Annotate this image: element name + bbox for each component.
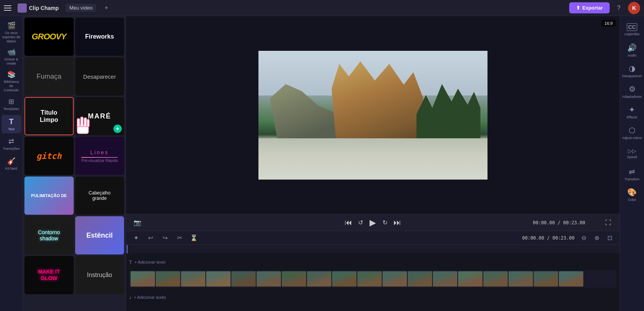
left-nav: 🎬 Os seus suportes de dados 📹 Gravar & c… bbox=[0, 16, 23, 311]
aspect-ratio-badge: 16:9 bbox=[602, 20, 616, 27]
zoom-in-button[interactable]: ⊕ bbox=[591, 233, 602, 243]
export-button[interactable]: ⬆ Exportar bbox=[569, 2, 610, 13]
play-button[interactable]: ▶ bbox=[367, 217, 379, 229]
fit-button[interactable]: ⊡ bbox=[604, 233, 615, 243]
cut-button[interactable]: ✂ bbox=[174, 233, 185, 243]
timeline-area: ✦ ↩ ↪ ✂ ⌛ 00:00.00 / 00:23.00 ⊖ ⊕ ⊡ bbox=[126, 231, 620, 311]
zoom-out-button[interactable]: ⊖ bbox=[578, 233, 589, 243]
adjust-icon: ⬡ bbox=[629, 126, 635, 135]
video-preview bbox=[258, 51, 487, 180]
video-thumb bbox=[156, 271, 180, 287]
video-thumb bbox=[206, 271, 231, 287]
text-track-icon: T bbox=[129, 259, 132, 265]
audio-track-icon: ♪ bbox=[129, 295, 132, 300]
sidebar-item-text[interactable]: T Text bbox=[2, 115, 21, 133]
speed-icon: ▷▷ bbox=[628, 148, 636, 154]
templates-icon: ⊞ bbox=[8, 97, 14, 106]
effects-icon: ✦ bbox=[629, 105, 635, 114]
sidebar-item-library[interactable]: 📚 Biblioteca de Conteúdo bbox=[2, 69, 21, 94]
right-panel-adaptors[interactable]: ⚙ Adaptadores bbox=[621, 82, 643, 102]
sidebar-item-library-label: Biblioteca de Conteúdo bbox=[2, 80, 21, 92]
video-thumb bbox=[282, 271, 306, 287]
timeline-toolbar: ✦ ↩ ↪ ✂ ⌛ 00:00.00 / 00:23.00 ⊖ ⊕ ⊡ bbox=[126, 231, 620, 245]
right-panel-transition[interactable]: ⇌ Transition bbox=[621, 164, 643, 184]
select-tool-button[interactable]: ✦ bbox=[131, 233, 141, 243]
text-template-cabecalho[interactable]: Cabeçalhogrande bbox=[75, 177, 124, 215]
text-template-estencil[interactable]: Estêncil bbox=[75, 216, 124, 254]
video-thumb bbox=[408, 271, 432, 287]
right-panel-audio[interactable]: 🔊 Audio bbox=[621, 40, 643, 60]
right-panel-captions[interactable]: CC Legendas bbox=[621, 20, 643, 40]
text-template-desaparecer[interactable]: Desaparecer bbox=[75, 57, 124, 96]
text-template-contorno[interactable]: Contornoshadow bbox=[24, 216, 74, 254]
fullscreen-button[interactable]: ⛶ bbox=[602, 217, 614, 229]
main-layout: 🎬 Os seus suportes de dados 📹 Gravar & c… bbox=[0, 16, 644, 311]
right-panel-effects[interactable]: ✦ Effects bbox=[621, 102, 643, 122]
video-thumb bbox=[332, 271, 357, 287]
text-template-mare[interactable]: MARÉ + bbox=[75, 97, 124, 135]
panel-grid: GROOVY Fireworks Fumaça Desaparecer Títu… bbox=[23, 16, 126, 296]
preview-area: 16:9 bbox=[126, 16, 620, 214]
skip-forward-button[interactable]: ⏭ bbox=[391, 217, 404, 229]
add-icon: + bbox=[113, 125, 122, 133]
text-template-glow[interactable]: MAKE ITGLOW bbox=[24, 256, 74, 294]
project-title[interactable]: Meu vídeo bbox=[66, 4, 97, 12]
adaptors-icon: ⚙ bbox=[629, 84, 636, 94]
text-template-limitacao[interactable]: PULIMITAÇÃO DE bbox=[24, 177, 74, 215]
add-audio-button[interactable]: + Adicionar áudio bbox=[134, 295, 166, 300]
redo-button[interactable]: ↪ bbox=[160, 233, 170, 243]
avatar[interactable]: K bbox=[628, 2, 640, 14]
text-template-instrucao[interactable]: Instrução bbox=[75, 256, 124, 294]
help-button[interactable]: ? bbox=[613, 2, 625, 14]
center-right: 16:9 📷 ⏮ ↺ ▶ ↻ ⏭ 00:00.00 / 00:23.00 ⛶ bbox=[126, 16, 620, 311]
video-thumb bbox=[483, 271, 508, 287]
video-scene bbox=[258, 51, 487, 180]
timeline-time: 00:00.00 / 00:23.00 bbox=[522, 235, 575, 241]
app-title: Clip Champ bbox=[29, 5, 59, 11]
audio-track-row: ♪ + Adicionar áudio bbox=[126, 290, 620, 305]
video-thumb bbox=[508, 271, 533, 287]
text-template-glitch[interactable]: gitсh bbox=[24, 137, 74, 175]
save-button[interactable]: ⌛ bbox=[189, 233, 199, 243]
text-icon: T bbox=[9, 117, 13, 126]
text-template-titulo[interactable]: TítuloLimpo bbox=[24, 97, 74, 135]
text-panel: GROOVY Fireworks Fumaça Desaparecer Títu… bbox=[23, 16, 126, 311]
video-thumb bbox=[433, 271, 457, 287]
svg-rect-0 bbox=[77, 124, 89, 134]
video-thumb bbox=[131, 271, 155, 287]
svg-rect-2 bbox=[81, 117, 83, 127]
sidebar-item-templates-label: Templates bbox=[3, 107, 19, 111]
video-thumb bbox=[534, 271, 558, 287]
transition-icon: ⇌ bbox=[629, 167, 635, 176]
sidebar-item-media[interactable]: 🎬 Os seus suportes de dados bbox=[2, 20, 21, 45]
skip-back-button[interactable]: ⏮ bbox=[342, 217, 355, 229]
sidebar-item-record-label: Gravar & create bbox=[2, 57, 21, 66]
menu-button[interactable] bbox=[4, 3, 15, 13]
right-panel-color[interactable]: 🎨 Color bbox=[621, 185, 643, 205]
right-panel-adjust[interactable]: ⬡ Adjust colors bbox=[621, 123, 643, 143]
sidebar-item-transitions[interactable]: ⇄ Transições bbox=[2, 135, 21, 153]
video-thumb bbox=[559, 271, 583, 287]
text-template-groovy[interactable]: GROOVY bbox=[24, 18, 74, 56]
replay-button[interactable]: ↺ bbox=[355, 217, 367, 229]
text-template-lines[interactable]: Lines Pré-visualizar Rápida bbox=[75, 137, 124, 175]
video-thumb bbox=[181, 271, 205, 287]
color-icon: 🎨 bbox=[627, 188, 637, 197]
text-track-row: T + Adicionar texto bbox=[126, 255, 620, 269]
video-thumb bbox=[357, 271, 382, 287]
sidebar-item-text-label: Text bbox=[8, 127, 15, 131]
video-track[interactable] bbox=[129, 270, 617, 288]
add-text-button[interactable]: + Adicionar texto bbox=[134, 260, 166, 264]
sidebar-item-templates[interactable]: ⊞ Templates bbox=[2, 95, 21, 113]
undo-button[interactable]: ↩ bbox=[145, 233, 156, 243]
right-panel-speed[interactable]: ▷▷ Speed bbox=[621, 144, 643, 164]
sidebar-item-record[interactable]: 📹 Gravar & create bbox=[2, 46, 21, 67]
forward-button[interactable]: ↻ bbox=[379, 217, 391, 229]
right-panel-disappear[interactable]: ◑ Desaparecer bbox=[621, 61, 643, 81]
video-thumb bbox=[307, 271, 331, 287]
text-template-fireworks[interactable]: Fireworks bbox=[75, 18, 124, 56]
text-template-fumaca[interactable]: Fumaça bbox=[24, 57, 74, 96]
sidebar-item-kitbard[interactable]: 🎸 Kit bard bbox=[2, 155, 21, 173]
screenshot-button[interactable]: 📷 bbox=[131, 217, 144, 229]
video-thumb bbox=[458, 271, 483, 287]
